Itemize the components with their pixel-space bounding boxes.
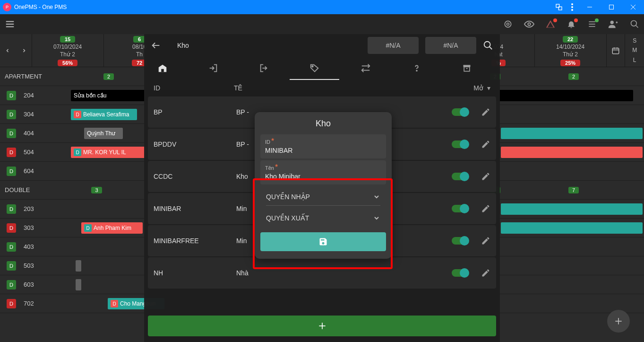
add-user-icon[interactable] (608, 19, 618, 29)
col-name-header[interactable]: TÊ (234, 84, 242, 92)
chevron-down-icon (373, 214, 380, 222)
overlay-scrim: Kho #N/A #N/A ID TÊ Mở (0, 34, 644, 342)
window-minimize-button[interactable] (579, 0, 601, 14)
tab-warehouse-icon[interactable] (157, 63, 182, 73)
eye-icon[interactable] (524, 19, 534, 29)
list-icon[interactable] (587, 19, 597, 29)
window-title: OnePMS - One PMS (14, 4, 67, 10)
app-logo-icon: P (3, 3, 11, 11)
svg-point-16 (631, 21, 637, 26)
edit-icon[interactable] (481, 236, 490, 246)
na-button-1[interactable]: #N/A (368, 37, 419, 54)
kho-edit-dialog: Kho ID* Tên* QUYỀN NHẬP QUYỀN XUẤT (255, 112, 392, 259)
svg-point-33 (416, 70, 417, 71)
field-id-input[interactable] (265, 147, 381, 154)
svg-point-3 (571, 6, 573, 8)
svg-line-26 (489, 47, 492, 50)
panel-tabbar (144, 57, 500, 79)
row-toggle[interactable] (452, 269, 468, 277)
calendar-area: 1507/10/2024Thứ 256%608/10Th72 024hật%22… (0, 34, 644, 342)
tab-help-icon[interactable] (412, 63, 436, 73)
tab-tag-icon[interactable] (309, 63, 334, 73)
window-close-button[interactable] (622, 0, 644, 14)
app-toolbar (0, 14, 644, 34)
svg-rect-6 (610, 5, 614, 9)
tab-import-icon[interactable] (208, 63, 232, 73)
svg-point-15 (610, 21, 614, 24)
tab-export-icon[interactable] (259, 63, 283, 73)
search-icon[interactable] (630, 19, 639, 29)
more-icon[interactable] (566, 0, 579, 14)
edit-icon[interactable] (481, 140, 490, 149)
row-toggle[interactable] (452, 205, 468, 212)
panel-back-icon[interactable] (151, 40, 161, 51)
field-name[interactable]: Tên* (260, 160, 386, 184)
row-toggle[interactable] (452, 140, 468, 148)
svg-point-9 (505, 21, 511, 27)
field-name-label: Tên (265, 165, 274, 171)
panel-search-icon[interactable] (483, 40, 493, 51)
edit-icon[interactable] (481, 107, 490, 117)
chevron-down-icon (373, 193, 380, 201)
perm-in-dropdown[interactable]: QUYỀN NHẬP (266, 193, 380, 201)
dialog-save-button[interactable] (260, 232, 386, 251)
col-status-header[interactable]: Mở ▾ (473, 84, 490, 92)
svg-point-10 (507, 23, 509, 26)
svg-point-2 (571, 3, 573, 5)
kho-list-row[interactable]: NHNhà (148, 257, 496, 289)
svg-point-30 (312, 66, 314, 67)
row-toggle[interactable] (452, 173, 468, 180)
field-name-input[interactable] (265, 173, 381, 180)
field-id-label: ID (265, 139, 270, 145)
target-icon[interactable] (503, 19, 513, 29)
bell-icon[interactable] (567, 19, 576, 29)
col-id-header[interactable]: ID (154, 84, 234, 92)
panel-add-button[interactable] (148, 316, 496, 336)
list-header: ID TÊ Mở ▾ (144, 79, 500, 96)
svg-point-4 (571, 9, 573, 11)
dropdown-icon[interactable]: ▾ (487, 84, 490, 92)
na-button-2[interactable]: #N/A (425, 37, 476, 54)
field-id[interactable]: ID* (260, 134, 386, 158)
translate-icon[interactable] (552, 0, 566, 14)
svg-line-17 (636, 26, 638, 28)
row-toggle[interactable] (452, 108, 468, 116)
window-titlebar: P OnePMS - One PMS (0, 0, 644, 14)
row-toggle[interactable] (452, 237, 468, 245)
dialog-title: Kho (255, 119, 392, 129)
alert-icon[interactable] (546, 19, 555, 29)
perm-out-dropdown[interactable]: QUYỀN XUẤT (266, 214, 380, 222)
highlight-box (253, 178, 393, 269)
hamburger-menu-icon[interactable] (5, 19, 15, 29)
edit-icon[interactable] (481, 204, 490, 213)
tab-underline (290, 79, 339, 80)
svg-point-25 (484, 42, 490, 48)
panel-title: Kho (177, 42, 189, 49)
edit-icon[interactable] (481, 172, 490, 181)
tab-transfer-icon[interactable] (361, 63, 385, 73)
svg-point-11 (528, 23, 531, 26)
window-maximize-button[interactable] (601, 0, 622, 14)
svg-rect-27 (161, 69, 164, 72)
tab-archive-icon[interactable] (462, 63, 487, 73)
edit-icon[interactable] (481, 268, 490, 278)
